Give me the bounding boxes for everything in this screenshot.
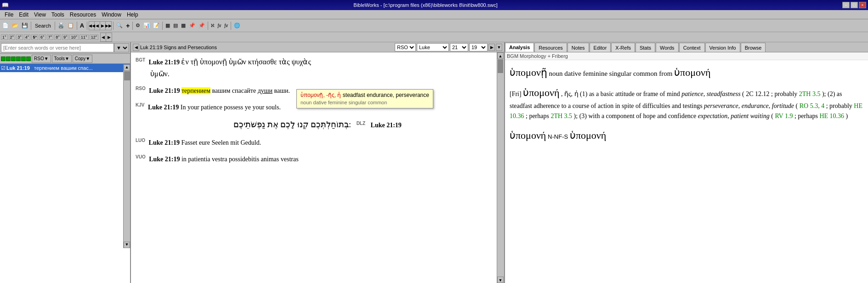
- center-scrollbar[interactable]: ▲ ▼: [497, 52, 504, 283]
- tab-analysis[interactable]: Analysis: [505, 43, 534, 52]
- center-panel: ◀ Luk 21:19 Signs and Persecutions RSO L…: [131, 42, 505, 283]
- search-button[interactable]: Search: [33, 21, 53, 31]
- vuo-label: VUO: [136, 154, 146, 159]
- version-toolbar: RSO▼ Tools▼ Copy▼: [0, 54, 130, 64]
- prev-arrow[interactable]: ◀: [95, 22, 100, 30]
- bottom-lemma: ὑπομονή: [570, 130, 606, 141]
- morph-btn2[interactable]: ∫v: [216, 21, 222, 31]
- menu-resources[interactable]: Resources: [67, 11, 99, 19]
- tool-btn1[interactable]: ▦: [164, 21, 171, 31]
- bottom-parse-line: ὑπομονή N-NF-S ὑπομονή: [510, 127, 863, 144]
- tab-browse[interactable]: Browse: [741, 43, 766, 52]
- verse-nav-right[interactable]: ▶: [488, 44, 495, 51]
- tab-stats[interactable]: Stats: [635, 43, 655, 52]
- plus-button[interactable]: +: [125, 21, 131, 31]
- tab-context[interactable]: Context: [679, 43, 705, 52]
- menu-edit[interactable]: Edit: [16, 11, 31, 19]
- left-scrollbar[interactable]: ▲ ▼: [123, 64, 130, 248]
- center-scroll-down[interactable]: ▼: [497, 277, 504, 283]
- scroll-down-btn[interactable]: ▼: [124, 242, 130, 248]
- book-select[interactable]: Luke: [417, 43, 449, 51]
- globe-button[interactable]: 🌐: [233, 21, 242, 31]
- config-btn3[interactable]: 📝: [152, 21, 161, 31]
- tab-resources[interactable]: Resources: [534, 43, 567, 52]
- tab-versioninfo[interactable]: Version Info: [705, 43, 740, 52]
- tab-xrefs[interactable]: X-Refs: [611, 43, 635, 52]
- verse-select[interactable]: 19: [469, 43, 488, 51]
- scroll-up-btn[interactable]: ▲: [124, 64, 130, 71]
- config-btn1[interactable]: ⚙: [134, 21, 142, 31]
- morph-btn1[interactable]: ℵ: [210, 21, 216, 31]
- chapter-select[interactable]: 21: [450, 43, 468, 51]
- search-dropdown[interactable]: ▼: [114, 43, 129, 52]
- last-arrow[interactable]: ▶▶: [106, 22, 111, 30]
- verse-nav-left[interactable]: ◀: [133, 44, 139, 51]
- tab-editor[interactable]: Editor: [590, 43, 611, 52]
- main-parse-text: noun dative feminine singular common fro…: [549, 70, 673, 77]
- font-button[interactable]: A: [79, 21, 85, 31]
- save-button[interactable]: 💾: [20, 21, 29, 31]
- print-button[interactable]: 🖨️: [57, 21, 66, 31]
- rso-version-btn[interactable]: RSO▼: [32, 55, 51, 63]
- verse-list[interactable]: ☑ Luk 21:19 терпением вашим спас...: [0, 64, 130, 283]
- close-button[interactable]: ×: [859, 2, 866, 8]
- config-btn2[interactable]: 📊: [142, 21, 151, 31]
- new-button[interactable]: 📄: [1, 21, 10, 31]
- version-select[interactable]: RSO: [395, 43, 416, 51]
- copy-btn[interactable]: Copy▼: [73, 55, 92, 63]
- first-arrow[interactable]: ◀◀: [89, 22, 95, 30]
- zoom-button[interactable]: 🔍: [115, 21, 124, 31]
- toolbar-row-1: 📄 📂 💾 Search 🖨️ 📋 A ◀◀ ◀ ▶ ▶▶ 🔍 + ⚙ 📊 📝 …: [0, 19, 868, 32]
- tool-btn5[interactable]: 📌: [197, 21, 206, 31]
- open-button[interactable]: 📂: [11, 21, 20, 31]
- entry-sense2-semi2: ; perhaps: [526, 113, 550, 119]
- main-area: ▼ RSO▼ Tools▼ Copy▼ ☑ Luk 21:19 терп: [0, 42, 868, 283]
- tools-btn[interactable]: Tools▼: [52, 55, 72, 63]
- menu-window[interactable]: Window: [99, 11, 124, 19]
- verse-nav-down[interactable]: ▼: [496, 44, 502, 51]
- tool-btn4[interactable]: 📌: [187, 21, 197, 31]
- tab-notes[interactable]: Notes: [567, 43, 589, 52]
- search-input[interactable]: [1, 43, 114, 52]
- ref-2th-35-b[interactable]: 2TH 3.5: [550, 113, 572, 119]
- ref-rv-19[interactable]: RV 1.9: [775, 113, 793, 119]
- fri-label: [Fri]: [510, 91, 523, 97]
- center-scroll-up[interactable]: ▲: [497, 52, 504, 59]
- analysis-tabs: Analysis Resources Notes Editor X-Refs S…: [505, 42, 868, 52]
- sep4: [87, 22, 87, 30]
- menu-file[interactable]: File: [2, 11, 16, 19]
- greek-word-hyp[interactable]: ὑπομονῇ: [200, 58, 227, 66]
- tool-btn3[interactable]: ▦: [180, 21, 187, 31]
- line-num-4: 4°: [24, 34, 31, 40]
- line-num-8: 8°: [54, 34, 61, 40]
- nav-arrows: ◀◀ ◀ ▶ ▶▶: [89, 21, 112, 30]
- menu-tools[interactable]: Tools: [49, 11, 67, 19]
- maximize-button[interactable]: □: [851, 2, 858, 8]
- scroll-right[interactable]: ▶: [106, 33, 112, 41]
- menu-view[interactable]: View: [31, 11, 49, 19]
- menu-help[interactable]: Help: [124, 11, 141, 19]
- minimize-button[interactable]: −: [842, 2, 850, 8]
- ref-2th-35-a[interactable]: 2TH 3.5: [799, 91, 821, 97]
- kjv-label: KJV: [136, 102, 144, 108]
- entry-word: ὑπομονή: [523, 87, 559, 98]
- copy-button[interactable]: 📋: [66, 21, 75, 31]
- tab-words[interactable]: Words: [656, 43, 679, 52]
- center-scroll-thumb[interactable]: [498, 59, 503, 73]
- luo-text: Fasset eure Seelen mit Geduld.: [181, 139, 261, 146]
- line-num-7: 7°: [47, 34, 54, 40]
- left-panel: ▼ RSO▼ Tools▼ Copy▼ ☑ Luk 21:19 терп: [0, 42, 131, 283]
- morph-btn3[interactable]: ∫v: [223, 21, 229, 31]
- ref-he-1036-b[interactable]: HE 10.36: [819, 113, 844, 119]
- ref-ro-53-54[interactable]: RO 5.3, 4: [800, 102, 824, 109]
- scroll-left[interactable]: ◀: [101, 33, 106, 41]
- hebrew-text: בְּתוֹחַלְתְּכֶם קְנוּ לָכֶם אֶת נַפְשֹׁ…: [233, 120, 351, 129]
- bottom-parse: N-NF-S: [548, 133, 568, 140]
- tool-btn2[interactable]: ▤: [172, 21, 179, 31]
- entry-inflections: , ῆς, ἡ: [561, 91, 579, 97]
- list-item[interactable]: ☑ Luk 21:19 терпением вашим спас...: [0, 64, 130, 72]
- scroll-thumb[interactable]: [124, 71, 130, 80]
- indicator-1: [1, 57, 6, 61]
- line-num-1: 1°: [1, 34, 8, 40]
- vuo-verse: VUO Luke 21:19 in patientia vestra possi…: [136, 153, 499, 164]
